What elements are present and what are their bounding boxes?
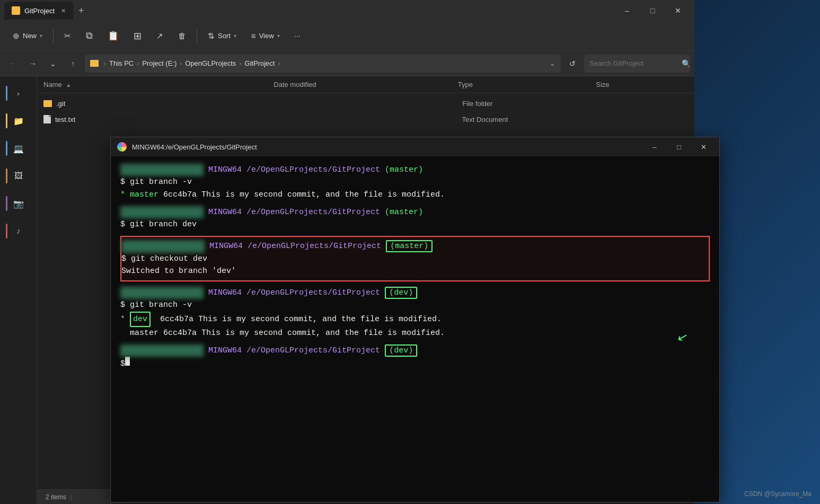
terminal-line-12: master 6cc4b7a This is my second commit,… bbox=[120, 327, 710, 339]
breadcrumb-bar[interactable]: › This PC › Project (E:) › OpenGLProject… bbox=[85, 55, 561, 73]
t-host-2: MINGW64 /e/OpenGLProjects/GitProject bbox=[208, 206, 380, 218]
sidebar-item-3[interactable]: 🖼 bbox=[6, 163, 31, 189]
forward-button[interactable]: → bbox=[24, 55, 41, 72]
back-button[interactable]: ← bbox=[4, 55, 21, 72]
sidebar-accent-purple bbox=[6, 196, 7, 211]
explorer-tab[interactable]: GitProject ✕ bbox=[4, 2, 73, 20]
breadcrumb-project-e[interactable]: Project (E:) bbox=[142, 59, 177, 67]
t-blank-3 bbox=[120, 339, 710, 344]
maximize-button[interactable]: □ bbox=[640, 2, 665, 20]
minimize-button[interactable]: – bbox=[615, 2, 639, 20]
sidebar-accent-yellow bbox=[6, 113, 7, 129]
rename-button[interactable]: ⊞ bbox=[127, 26, 148, 46]
sidebar-icon-5: ♪ bbox=[16, 226, 21, 236]
sort-arrow-icon: ▲ bbox=[66, 82, 71, 88]
delete-button[interactable]: 🗑 bbox=[172, 26, 192, 46]
search-box[interactable]: 🔍 bbox=[584, 55, 690, 73]
sidebar-icon-3: 🖼 bbox=[14, 171, 23, 181]
t-space-1 bbox=[204, 164, 208, 176]
breadcrumb-gitproject[interactable]: GitProject bbox=[244, 59, 275, 67]
cut-icon: ✂ bbox=[64, 31, 71, 41]
t-switched-output: Switched to branch 'dev' bbox=[121, 265, 236, 277]
new-label: New bbox=[23, 32, 37, 40]
recent-locations-button[interactable]: ⌄ bbox=[45, 55, 61, 72]
breadcrumb-dropdown-icon[interactable]: ⌄ bbox=[550, 59, 556, 67]
red-highlight-block: Sycam████████████ MINGW64 /e/OpenGLProje… bbox=[120, 236, 710, 281]
t-branch-2: (master) bbox=[380, 206, 423, 218]
sort-icon: ⇅ bbox=[208, 31, 215, 41]
terminal-maximize-button[interactable]: □ bbox=[669, 139, 689, 154]
folder-tab-icon bbox=[12, 6, 20, 15]
search-input[interactable] bbox=[589, 59, 678, 67]
sort-button[interactable]: ⇅ Sort ▾ bbox=[201, 26, 243, 46]
t-cmd-3: $ git checkout dev bbox=[121, 253, 207, 265]
separator-1 bbox=[53, 29, 54, 43]
t-blank-1 bbox=[120, 201, 710, 206]
file-type-git: File folder bbox=[462, 100, 597, 108]
up-button[interactable]: ↑ bbox=[65, 55, 82, 72]
paste-button[interactable]: 📋 bbox=[101, 26, 125, 46]
column-headers: Name ▲ Date modified Type Size bbox=[37, 76, 694, 93]
close-button[interactable]: ✕ bbox=[666, 2, 690, 20]
address-bar: ← → ⌄ ↑ › This PC › Project (E:) › OpenG… bbox=[0, 51, 694, 76]
search-icon: 🔍 bbox=[682, 59, 691, 68]
t-host-3: MINGW64 /e/OpenGLProjects/GitProject bbox=[209, 240, 381, 252]
terminal-title-bar: MINGW64:/e/OpenGLProjects/GitProject – □… bbox=[111, 137, 719, 156]
t-blurred-1: Sycam████████████ bbox=[120, 164, 204, 176]
new-dropdown-icon: ▾ bbox=[40, 33, 42, 39]
tab-add-icon[interactable]: + bbox=[78, 5, 84, 16]
sidebar-item-4[interactable]: 📷 bbox=[6, 191, 31, 216]
view-button[interactable]: ≡ View ▾ bbox=[245, 26, 286, 46]
view-label: View bbox=[259, 32, 274, 40]
file-type-test: Text Document bbox=[462, 116, 598, 123]
new-button[interactable]: ⊕ New ▾ bbox=[6, 26, 49, 46]
terminal-line-7: $ git checkout dev bbox=[121, 253, 709, 265]
terminal-line-13: Sycam████████████ MINGW64 /e/OpenGLProje… bbox=[120, 344, 710, 357]
terminal-line-5: $ git branch dev bbox=[120, 218, 710, 231]
terminal-minimize-button[interactable]: – bbox=[645, 139, 664, 154]
sidebar-item-1[interactable]: 📁 bbox=[6, 108, 31, 134]
copy-button[interactable]: ⧉ bbox=[80, 26, 99, 46]
terminal-icon bbox=[117, 142, 127, 152]
col-header-type[interactable]: Type bbox=[458, 81, 596, 89]
sort-dropdown-icon: ▾ bbox=[234, 33, 236, 39]
file-row-test[interactable]: test.txt Text Document bbox=[37, 111, 694, 127]
breadcrumb-opengl[interactable]: OpenGLProjects bbox=[185, 59, 236, 67]
separator-2 bbox=[197, 29, 197, 43]
terminal-line-10: $ git branch -v bbox=[120, 299, 710, 311]
delete-icon: 🗑 bbox=[178, 31, 186, 40]
refresh-button[interactable]: ↺ bbox=[564, 55, 581, 72]
t-branch-master-box: (master) bbox=[381, 240, 433, 252]
tab-close-icon[interactable]: ✕ bbox=[61, 7, 66, 14]
sidebar-item-5[interactable]: ♪ bbox=[6, 218, 31, 244]
window-controls: – □ ✕ bbox=[615, 2, 690, 20]
more-button[interactable]: ··· bbox=[288, 26, 307, 46]
t-prompt-dollar: $ bbox=[120, 358, 125, 370]
col-header-size[interactable]: Size bbox=[596, 81, 688, 89]
breadcrumb-this-pc[interactable]: This PC bbox=[109, 59, 134, 67]
file-row-git[interactable]: .git File folder bbox=[37, 95, 694, 111]
t-user-4: Sycam████████████ bbox=[120, 287, 204, 299]
share-button[interactable]: ↗ bbox=[150, 26, 170, 46]
terminal-content[interactable]: Sycam████████████ MINGW64 /e/OpenGLProje… bbox=[111, 156, 719, 502]
rename-icon: ⊞ bbox=[134, 30, 142, 42]
copy-icon: ⧉ bbox=[86, 30, 93, 41]
sidebar-accent-blue-2 bbox=[6, 141, 7, 156]
sidebar-expand-button[interactable]: › bbox=[6, 81, 31, 106]
col-header-name[interactable]: Name ▲ bbox=[43, 81, 274, 89]
watermark: CSDN @Sycamore_Ma bbox=[744, 490, 812, 498]
sidebar-icon-4: 📷 bbox=[13, 199, 24, 209]
tab-label: GitProject bbox=[24, 7, 55, 15]
t-blurred-3: Sycam████████████ bbox=[121, 240, 205, 252]
sidebar-item-2[interactable]: 💻 bbox=[6, 136, 31, 161]
t-user-3: Sycam████████████ bbox=[121, 240, 205, 252]
t-star-2: * bbox=[120, 313, 130, 325]
t-msg-2: This is my second commit, and the file i… bbox=[198, 313, 442, 325]
t-host-1: MINGW64 /e/OpenGLProjects/GitProject bbox=[208, 164, 380, 176]
terminal-line-14[interactable]: $ bbox=[120, 357, 710, 370]
view-icon: ≡ bbox=[251, 31, 256, 40]
cut-button[interactable]: ✂ bbox=[58, 26, 77, 46]
col-header-date[interactable]: Date modified bbox=[274, 81, 457, 89]
sort-label: Sort bbox=[218, 32, 231, 40]
terminal-close-button[interactable]: ✕ bbox=[694, 139, 713, 154]
